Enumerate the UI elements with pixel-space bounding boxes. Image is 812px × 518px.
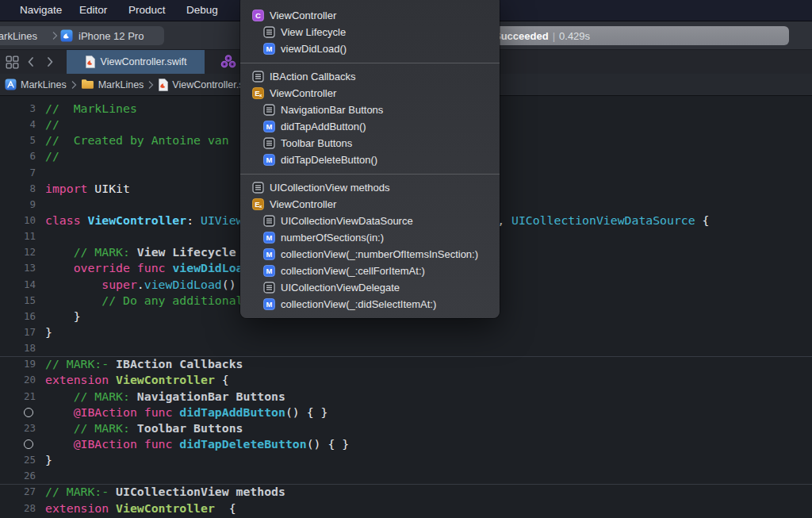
popup-item-navigationbar-buttons[interactable]: NavigationBar Buttons [240,102,500,118]
popup-item-ibaction-callbacks[interactable]: IBAction Callbacks [240,68,500,85]
popup-item-label: ViewController [270,198,336,210]
code-line-24[interactable]: @IBAction func didTapDeleteButton() { } [0,436,812,452]
code-text: // [45,148,59,164]
breadcrumb-segment-marklines-0[interactable]: MarkLines [5,79,67,90]
method-icon: M [263,298,275,310]
scheme-project-name[interactable]: MarkLines [0,30,37,42]
connection-circle-icon[interactable] [24,439,33,449]
code-line-18[interactable]: 18 [0,340,812,356]
line-number[interactable]: 17 [0,324,36,340]
code-line-28[interactable]: 28extension ViewController { [0,501,812,516]
popup-item-collectionview-numberofitemsinsection[interactable]: McollectionView(_:numberOfItemsInSection… [240,246,500,263]
code-line-25[interactable]: 25} [0,452,812,468]
popup-item-viewdidload[interactable]: MviewDidLoad() [240,40,500,57]
method-icon: M [263,265,275,277]
code-line-23[interactable]: 23 // MARK: Toolbar Buttons [0,420,812,436]
popup-item-uicollectionviewdelegate[interactable]: UICollectionViewDelegate [240,279,500,296]
popup-item-label: UICollectionView methods [270,182,390,194]
back-chevron-icon[interactable] [24,55,38,69]
code-line-26[interactable]: 26 [0,468,812,484]
line-number[interactable]: 25 [0,452,36,468]
line-number[interactable]: 28 [0,501,36,516]
app-icon [5,79,17,90]
mark-icon [252,182,264,194]
line-number[interactable]: 26 [0,468,36,484]
tab-viewcontroller-swift[interactable]: ViewController.swift [67,50,205,74]
code-text: // MARK: NavigationBar Buttons [45,389,285,405]
code-text: extension ViewController { [45,501,236,516]
line-number[interactable]: 20 [0,372,36,388]
popup-item-toolbar-buttons[interactable]: Toolbar Buttons [240,135,500,152]
breadcrumb-label: MarkLines [21,79,67,90]
svg-text:M: M [266,122,273,131]
popup-item-label: didTapDeleteButton() [281,154,377,166]
line-number[interactable]: 10 [0,213,36,228]
line-number[interactable]: 11 [0,228,36,244]
menu-debug[interactable]: Debug [186,0,218,21]
code-line-17[interactable]: 17} [0,324,812,340]
line-number[interactable]: 27 [0,484,36,500]
popup-item-label: viewDidLoad() [281,43,347,55]
scheme-destination[interactable]: iPhone 12 Pro [79,30,144,42]
breadcrumb-segment-marklines-1[interactable]: MarkLines [81,79,144,90]
popup-item-didtapaddbutton[interactable]: MdidTapAddButton() [240,118,500,135]
line-number[interactable]: 21 [0,389,36,405]
code-line-19[interactable]: 19// MARK:- IBAction Callbacks [0,356,812,372]
code-text: } [45,309,81,324]
menu-product[interactable]: Product [128,0,166,21]
line-number[interactable]: 8 [0,181,36,197]
svg-text:C: C [255,11,261,20]
menu-editor[interactable]: Editor [79,0,107,21]
build-status-duration: 0.429s [559,30,590,42]
code-text: import UIKit [45,181,130,197]
breadcrumb-chevron-icon [146,79,155,90]
code-line-20[interactable]: 20extension ViewController { [0,372,812,388]
method-icon: M [263,121,275,132]
popup-item-viewcontroller[interactable]: ExViewController [240,85,500,102]
connection-circle-icon[interactable] [24,408,33,417]
tab-overview-icon[interactable] [5,55,19,69]
code-line-27[interactable]: 27// MARK:- UICollectionView methods [0,484,812,500]
method-icon: M [263,232,275,244]
line-number[interactable]: 6 [0,148,36,164]
svg-text:x: x [259,92,262,98]
code-text: // MARK: View Lifecycle [45,244,236,260]
line-number[interactable]: 4 [0,117,36,132]
code-line-21[interactable]: 21 // MARK: NavigationBar Buttons [0,389,812,405]
line-number[interactable]: 16 [0,309,36,324]
popup-item-uicollectionview-methods[interactable]: UICollectionView methods [240,179,500,196]
code-text: extension ViewController { [45,372,229,388]
build-status-text: Succeeded|0.429s [494,30,590,42]
code-line-22[interactable]: @IBAction func didTapAddButton() { } [0,405,812,420]
popup-item-viewcontroller[interactable]: ExViewController [240,196,500,213]
popup-item-collectionview-didselectitemat[interactable]: McollectionView(_:didSelectItemAt:) [240,296,500,313]
jump-bar-document-items-popup: CViewControllerView LifecycleMviewDidLoa… [240,0,500,318]
forward-chevron-icon[interactable] [43,55,57,69]
popup-item-collectionview-cellforitemat[interactable]: McollectionView(_:cellForItemAt:) [240,263,500,279]
menu-navigate[interactable]: Navigate [20,0,62,21]
line-number[interactable]: 9 [0,197,36,213]
popup-item-viewcontroller[interactable]: CViewController [240,7,500,24]
popup-item-uicollectionviewdatasource[interactable]: UICollectionViewDataSource [240,213,500,229]
scheme-selector[interactable]: MarkLines iPhone 12 Pro [0,26,164,45]
code-review-badge-icon[interactable] [219,54,238,73]
popup-item-didtapdeletebutton[interactable]: MdidTapDeleteButton() [240,152,500,168]
line-number[interactable]: 18 [0,340,36,356]
build-status-result: Succeeded [494,30,549,42]
line-number[interactable]: 5 [0,132,36,148]
line-number[interactable]: 14 [0,277,36,293]
class-icon: C [252,10,264,21]
line-number[interactable]: 7 [0,165,36,181]
line-number[interactable]: 13 [0,260,36,276]
line-number[interactable]: 12 [0,244,36,260]
line-number[interactable]: 3 [0,101,36,117]
popup-item-numberofsections-in[interactable]: MnumberOfSections(in:) [240,229,500,246]
line-number[interactable]: 15 [0,293,36,309]
ibaction-connection-well[interactable] [0,405,36,420]
line-number[interactable]: 19 [0,356,36,372]
code-text: @IBAction func didTapAddButton() { } [45,405,327,420]
ibaction-connection-well[interactable] [0,436,36,452]
popup-item-view-lifecycle[interactable]: View Lifecycle [240,24,500,40]
line-number[interactable]: 23 [0,420,36,436]
build-status-separator: | [549,30,559,42]
